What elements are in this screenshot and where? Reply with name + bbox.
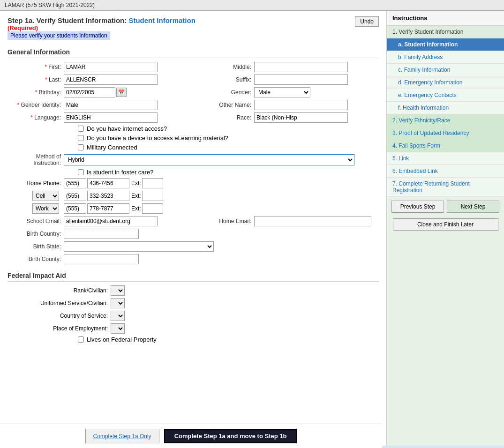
birth-county-row: Birth County: [8,254,379,264]
sidebar-item-verify-student[interactable]: 1. Verify Student Information [387,26,504,38]
internet-checkbox[interactable] [78,126,84,132]
suffix-input[interactable] [254,75,348,85]
uniformed-service-select[interactable] [111,298,125,308]
birth-country-label: Birth Country: [8,231,64,237]
calendar-icon[interactable]: 📅 [116,88,127,97]
military-checkbox[interactable] [78,144,84,150]
uniformed-service-label: Uniformed Service/Civilian: [8,300,111,306]
sidebar-item-health-info[interactable]: f. Health Information [387,102,504,114]
sidebar-item-complete-returning[interactable]: 7. Complete Returning Student Registrati… [387,178,504,197]
sidebar-item-link[interactable]: 5. Link [387,152,504,165]
complete-only-button[interactable]: Complete Step 1a Only [85,429,159,443]
internet-label: Do you have internet access? [87,125,167,132]
last-name-input[interactable] [64,75,158,85]
work-phone-number[interactable] [87,203,129,214]
device-checkbox[interactable] [78,135,84,141]
cell-phone-type-select[interactable]: Cell Work Other [32,191,59,201]
work-phone-ext[interactable] [142,203,163,214]
general-info-title: General Information [8,48,379,58]
cell-phone-row: Cell Work Other Ext: [8,191,379,201]
language-input[interactable] [64,112,158,123]
federal-property-row: Lives on Federal Property [78,336,379,343]
sidebar-item-emergency-contacts[interactable]: e. Emergency Contacts [387,89,504,102]
birth-county-label: Birth County: [8,256,64,262]
last-suffix-row: * Last: Suffix: [8,75,379,85]
federal-property-checkbox[interactable] [78,336,84,343]
window-title: LAMAR (575 SKW High 2021-2022) [5,2,95,8]
home-email-col: Home Email: [198,216,379,226]
device-label: Do you have a device to access eLearning… [87,134,228,142]
sidebar-item-family-info[interactable]: c. Family Information [387,64,504,76]
race-input[interactable] [254,112,348,123]
birth-country-row: Birth Country: [8,229,379,239]
sidebar-item-family-address[interactable]: b. Family Address [387,51,504,64]
birth-country-input[interactable] [64,229,139,239]
school-email-input[interactable] [64,216,158,226]
sidebar-item-verify-ethnicity[interactable]: 2. Verify Ethnicity/Race [387,114,504,127]
military-checkbox-row: Military Connected [78,144,379,151]
language-col: * Language: [8,112,188,123]
country-service-select[interactable] [111,311,125,321]
home-phone-area[interactable] [64,178,86,188]
birth-county-input[interactable] [64,254,139,264]
cell-phone-ext-label: Ext: [131,193,141,199]
school-email-label: School Email: [8,218,64,224]
method-instruction-select[interactable]: Hybrid In-Person Remote [64,154,354,165]
place-employment-row: Place of Employment: [8,323,379,334]
title-bar: LAMAR (575 SKW High 2021-2022) [0,0,504,11]
middle-name-label: Middle: [198,64,254,70]
race-label: Race: [198,114,254,121]
method-instruction-row: Method ofInstruction: Hybrid In-Person R… [8,153,379,166]
first-name-label: * First: [8,64,64,70]
first-name-col: * First: [8,62,188,72]
close-finish-button[interactable]: Close and Finish Later [393,218,498,231]
foster-care-checkbox[interactable] [78,169,84,175]
gender-identity-col: * Gender Identity: [8,100,188,110]
school-email-col: School Email: [8,216,188,226]
work-phone-area[interactable] [64,203,86,214]
place-employment-select[interactable] [111,323,125,334]
rank-civilian-row: Rank/Civilian: [8,285,379,296]
step-title: Step 1a. Verify Student Information: [8,16,127,24]
other-name-input[interactable] [254,100,348,110]
suffix-label: Suffix: [198,76,254,83]
home-phone-ext[interactable] [142,178,163,188]
middle-name-input[interactable] [254,62,348,72]
birthday-label: * Birthday: [8,89,64,96]
birthday-gender-row: * Birthday: 📅 Gender: Male Female Non-Bi… [8,87,379,97]
other-name-label: Other Name: [198,102,254,108]
birthday-input[interactable] [64,87,115,97]
gender-identity-input[interactable] [64,100,158,110]
language-label: * Language: [8,114,64,121]
complete-and-move-button[interactable]: Complete Step 1a and move to Step 1b [164,429,297,443]
next-step-button[interactable]: Next Step [447,201,499,213]
sidebar-item-fall-sports[interactable]: 4. Fall Sports Form [387,140,504,152]
gender-select[interactable]: Male Female Non-Binary [254,87,310,97]
last-name-label: * Last: [8,76,64,83]
work-phone-type-select[interactable]: Work Cell Other [32,203,59,214]
home-email-input[interactable] [254,216,371,226]
cell-phone-number[interactable] [87,191,129,201]
prev-step-button[interactable]: Previous Step [391,201,444,213]
sidebar: Instructions 1. Verify Student Informati… [387,11,504,446]
suffix-col: Suffix: [198,75,379,85]
undo-button[interactable]: Undo [355,16,379,27]
sidebar-item-student-info[interactable]: a. Student Information [387,38,504,51]
bottom-buttons-bar: Complete Step 1a Only Complete Step 1a a… [0,424,382,446]
sidebar-nav-buttons: Previous Step Next Step [387,197,504,217]
rank-civilian-select[interactable] [111,285,125,296]
place-employment-label: Place of Employment: [8,325,111,332]
gender-label: Gender: [198,89,254,96]
first-name-input[interactable] [64,62,158,72]
home-phone-number[interactable] [87,178,129,188]
country-service-row: Country of Service: [8,311,379,321]
sidebar-item-emergency-info[interactable]: d. Emergency Information [387,76,504,89]
middle-name-col: Middle: [198,62,379,72]
federal-aid-title: Federal Impact Aid [8,272,379,282]
cell-phone-area[interactable] [64,191,86,201]
cell-phone-ext[interactable] [142,191,163,201]
birth-state-select[interactable] [64,241,214,252]
sidebar-item-embedded-link[interactable]: 6. Embedded Link [387,165,504,178]
sidebar-item-proof-residency[interactable]: 3. Proof of Updated Residency [387,127,504,140]
work-phone-row: Work Cell Other Ext: [8,203,379,214]
